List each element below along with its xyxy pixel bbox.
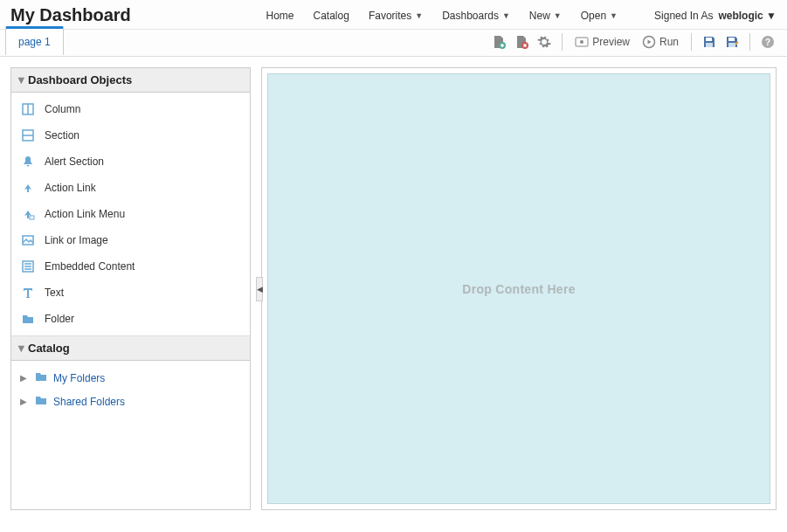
object-link-or-image-label: Link or Image <box>45 234 108 246</box>
delete-page-icon[interactable] <box>513 33 530 51</box>
folder-icon <box>20 311 36 327</box>
dashboard-objects-title: Dashboard Objects <box>28 73 132 86</box>
svg-rect-5 <box>706 38 712 41</box>
svg-rect-6 <box>706 43 713 47</box>
preview-button[interactable]: Preview <box>571 33 633 51</box>
object-section[interactable]: Section <box>11 122 250 149</box>
disclosure-icon: ▶ <box>17 345 26 351</box>
object-column[interactable]: Column <box>11 96 250 122</box>
signed-in-as: Signed In As weblogic ▼ <box>654 10 777 22</box>
global-nav: Home Catalog Favorites▼ Dashboards▼ New▼… <box>266 10 777 22</box>
catalog-title: Catalog <box>28 342 70 355</box>
image-icon <box>20 232 36 248</box>
object-alert-section-label: Alert Section <box>45 155 104 168</box>
add-page-icon[interactable] <box>490 33 507 51</box>
object-action-link[interactable]: Action Link <box>11 175 250 201</box>
action-link-menu-icon <box>20 206 36 222</box>
canvas-wrap: ◀ Drop Content Here <box>261 67 777 510</box>
object-action-link-menu-label: Action Link Menu <box>45 208 125 220</box>
collapse-left-panel-handle[interactable]: ◀ <box>256 277 263 301</box>
disclosure-icon: ▶ <box>17 77 26 83</box>
nav-catalog-label: Catalog <box>314 10 349 22</box>
object-action-link-menu[interactable]: Action Link Menu <box>11 201 250 227</box>
object-action-link-label: Action Link <box>45 182 96 194</box>
object-alert-section[interactable]: Alert Section <box>11 149 250 175</box>
nav-favorites-label: Favorites <box>369 10 411 22</box>
nav-new[interactable]: New▼ <box>529 10 562 22</box>
column-icon <box>20 101 36 117</box>
catalog-tree: ▶ My Folders ▶ Shared Folders <box>11 361 250 418</box>
drop-canvas[interactable]: Drop Content Here <box>267 73 770 504</box>
dashboard-objects-header[interactable]: ▶ Dashboard Objects <box>11 68 250 93</box>
separator <box>691 33 692 51</box>
tree-shared-folders[interactable]: ▶ Shared Folders <box>18 390 243 413</box>
object-text-label: Text <box>45 287 64 299</box>
svg-rect-8 <box>728 43 735 47</box>
chevron-down-icon: ▼ <box>766 10 777 22</box>
folder-icon <box>34 393 48 410</box>
help-icon[interactable]: ? <box>759 33 777 51</box>
chevron-down-icon: ▼ <box>502 11 510 20</box>
nav-open-label: Open <box>581 10 606 22</box>
object-link-or-image[interactable]: Link or Image <box>11 227 250 253</box>
object-embedded-content-label: Embedded Content <box>45 260 135 273</box>
expand-icon[interactable]: ▶ <box>20 397 29 406</box>
nav-home-label: Home <box>266 10 294 22</box>
object-column-label: Column <box>45 103 80 115</box>
nav-open[interactable]: Open▼ <box>581 10 618 22</box>
tree-shared-folders-label: Shared Folders <box>53 396 125 408</box>
tree-my-folders-label: My Folders <box>53 372 105 384</box>
run-button[interactable]: Run <box>639 33 682 51</box>
tools-gear-icon[interactable] <box>535 33 553 51</box>
object-embedded-content[interactable]: Embedded Content <box>11 253 250 280</box>
expand-icon[interactable]: ▶ <box>20 373 29 383</box>
svg-rect-7 <box>728 38 735 41</box>
svg-text:?: ? <box>765 38 770 47</box>
object-text[interactable]: Text <box>11 280 250 306</box>
left-panel: ▶ Dashboard Objects Column Section Alert… <box>10 67 251 510</box>
signed-in-label: Signed In As <box>654 10 713 22</box>
tab-strip: page 1 <box>5 26 64 55</box>
text-icon <box>20 285 36 301</box>
chevron-down-icon: ▼ <box>415 11 423 20</box>
section-icon <box>20 128 36 143</box>
object-folder-label: Folder <box>45 313 74 325</box>
tree-my-folders[interactable]: ▶ My Folders <box>18 366 243 390</box>
svg-point-3 <box>580 40 583 44</box>
username-menu[interactable]: weblogic ▼ <box>718 10 777 22</box>
drop-hint: Drop Content Here <box>462 282 576 296</box>
save-icon[interactable] <box>701 33 718 51</box>
tab-page1[interactable]: page 1 <box>5 26 64 55</box>
nav-favorites[interactable]: Favorites▼ <box>369 10 423 22</box>
save-as-icon[interactable] <box>723 33 741 51</box>
object-folder[interactable]: Folder <box>11 306 250 332</box>
separator <box>562 33 563 51</box>
nav-dashboards-label: Dashboards <box>442 10 499 22</box>
chevron-down-icon: ▼ <box>554 11 562 20</box>
preview-label: Preview <box>592 36 630 48</box>
page-title: My Dashboard <box>10 5 131 25</box>
folder-icon <box>34 370 48 386</box>
catalog-header[interactable]: ▶ Catalog <box>11 336 250 361</box>
nav-catalog[interactable]: Catalog <box>314 10 349 22</box>
nav-home[interactable]: Home <box>266 10 294 22</box>
dashboard-objects-list: Column Section Alert Section Action Link… <box>11 93 250 336</box>
svg-rect-15 <box>30 216 34 219</box>
action-link-icon <box>20 180 36 196</box>
username-label: weblogic <box>718 10 763 22</box>
nav-dashboards[interactable]: Dashboards▼ <box>442 10 510 22</box>
bell-icon <box>20 154 36 169</box>
run-label: Run <box>659 36 679 48</box>
object-section-label: Section <box>45 129 79 142</box>
separator <box>749 33 750 51</box>
chevron-down-icon: ▼ <box>610 11 618 20</box>
nav-new-label: New <box>529 10 550 22</box>
embedded-icon <box>20 259 36 274</box>
